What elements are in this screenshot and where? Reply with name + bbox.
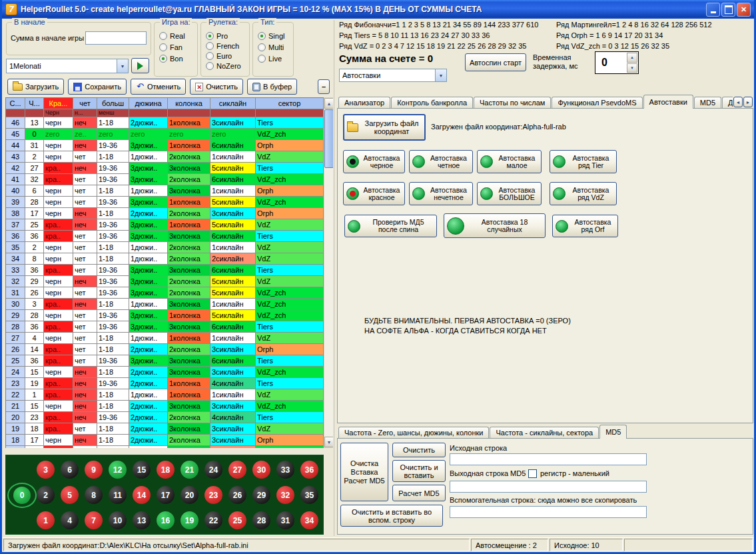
radio-option-multi[interactable]: Multi: [258, 43, 284, 52]
board-number-14[interactable]: 14: [133, 486, 151, 504]
board-number-18[interactable]: 18: [157, 461, 175, 479]
radio-icon[interactable]: [159, 55, 167, 63]
board-number-1[interactable]: 1: [37, 511, 55, 529]
autobet-button-6[interactable]: Автоставка БОЛЬШОЕ: [477, 182, 542, 205]
board-number-26[interactable]: 26: [228, 486, 246, 504]
radio-option-french[interactable]: French: [206, 41, 241, 51]
board-number-22[interactable]: 22: [204, 511, 222, 529]
source-string-input[interactable]: [450, 453, 647, 465]
radio-icon[interactable]: [206, 62, 214, 70]
tabs-scroll-left-icon[interactable]: [733, 97, 743, 107]
board-number-20[interactable]: 20: [181, 486, 198, 504]
tab-автоставки[interactable]: Автоставки: [643, 95, 693, 109]
board-number-16[interactable]: 16: [157, 511, 175, 529]
radio-icon[interactable]: [258, 55, 266, 63]
board-number-5[interactable]: 5: [61, 486, 79, 504]
start-sum-input[interactable]: [85, 31, 147, 45]
autobet-button-10[interactable]: Автоставка ряд Orf: [552, 215, 618, 237]
play-button[interactable]: [131, 58, 149, 73]
tabs-scroll-right-icon[interactable]: [743, 97, 753, 107]
profile-select[interactable]: 1Melonati: [6, 59, 129, 73]
radio-icon[interactable]: [258, 32, 266, 40]
board-number-27[interactable]: 27: [228, 461, 246, 479]
tab-частоты-по-числам[interactable]: Частоты по числам: [474, 97, 551, 109]
minimize-button[interactable]: [706, 3, 720, 17]
scroll-up-icon[interactable]: [324, 98, 334, 109]
md5-calc-button[interactable]: Расчет MD5: [392, 485, 446, 501]
autobet-button-1[interactable]: Автоставка четное: [409, 150, 473, 173]
md5-clear-paste-helper-button[interactable]: Очистить и вставить во вспом. строку: [340, 505, 443, 527]
helper-string-input[interactable]: [450, 506, 647, 518]
tab-анализатор[interactable]: Анализатор: [338, 97, 390, 109]
radio-icon[interactable]: [206, 52, 214, 60]
scroll-down-icon[interactable]: [324, 437, 334, 447]
board-number-8[interactable]: 8: [85, 486, 103, 504]
undo-button[interactable]: Отменить: [131, 79, 186, 95]
tab-md5[interactable]: MD5: [599, 425, 627, 439]
load-button[interactable]: Загрузить: [7, 79, 64, 95]
radio-icon[interactable]: [159, 32, 167, 40]
autospin-start-button[interactable]: Автоспин старт: [465, 53, 526, 71]
autobet-button-9[interactable]: Автоставка 18 случайных: [444, 213, 546, 238]
close-button[interactable]: [737, 3, 751, 17]
radio-icon[interactable]: [206, 32, 214, 40]
md5-clear-and-paste-button[interactable]: Очистить и вставить: [392, 460, 446, 482]
spin-up-icon[interactable]: [627, 53, 637, 63]
radio-option-nozero[interactable]: NoZero: [206, 61, 241, 71]
board-number-9[interactable]: 9: [85, 461, 103, 479]
autobet-button-5[interactable]: Автоставка нечетное: [409, 182, 473, 205]
radio-icon[interactable]: [206, 42, 214, 50]
board-number-12[interactable]: 12: [109, 461, 127, 479]
tab-контроль-банкролла[interactable]: Контроль банкролла: [391, 97, 473, 109]
radio-option-live[interactable]: Live: [258, 54, 284, 63]
board-number-17[interactable]: 17: [157, 486, 175, 504]
board-number-29[interactable]: 29: [252, 486, 270, 504]
clear-button[interactable]: Очистить: [190, 79, 243, 95]
autobet-button-8[interactable]: Проверить МД5 после спина: [344, 215, 437, 237]
chevron-down-icon[interactable]: [117, 59, 128, 73]
pane-splitter[interactable]: [333, 20, 334, 536]
board-number-32[interactable]: 32: [276, 486, 294, 504]
spin-down-icon[interactable]: [627, 63, 637, 73]
tab-частота-zero-шансы-дюжины-колонки[interactable]: Частота - Zero, шансы, дюжины, колонки: [338, 427, 489, 439]
md5-clear-paste-calc-button[interactable]: Очистка Вставка Расчет MD5: [340, 443, 388, 501]
board-number-4[interactable]: 4: [61, 511, 79, 529]
board-number-19[interactable]: 19: [181, 511, 198, 529]
board-number-28[interactable]: 28: [252, 511, 270, 529]
radio-option-fan[interactable]: Fan: [159, 43, 185, 52]
autobet-button-0[interactable]: Автоставка черное: [343, 150, 405, 173]
board-number-13[interactable]: 13: [133, 511, 151, 529]
board-number-6[interactable]: 6: [61, 461, 79, 479]
to-buffer-button[interactable]: В буфер: [247, 79, 297, 95]
lowercase-checkbox[interactable]: [528, 469, 537, 478]
board-number-2[interactable]: 2: [37, 486, 55, 504]
autobets-select[interactable]: Автоставки: [339, 69, 447, 82]
autobet-button-2[interactable]: Автоставка малое: [477, 150, 542, 173]
board-number-35[interactable]: 35: [300, 486, 318, 504]
board-number-11[interactable]: 11: [109, 486, 127, 504]
radio-option-euro[interactable]: Euro: [206, 51, 241, 61]
load-coords-button[interactable]: Загрузить файл координат: [343, 114, 426, 141]
board-number-25[interactable]: 25: [228, 511, 246, 529]
radio-option-singl[interactable]: Singl: [258, 31, 284, 41]
radio-option-pro[interactable]: Pro: [206, 31, 241, 41]
save-button[interactable]: Сохранить: [68, 79, 127, 95]
board-number-33[interactable]: 33: [276, 461, 294, 479]
board-number-15[interactable]: 15: [133, 461, 151, 479]
board-number-36[interactable]: 36: [300, 461, 318, 479]
board-number-10[interactable]: 10: [109, 511, 127, 529]
board-number-23[interactable]: 23: [204, 486, 222, 504]
board-number-21[interactable]: 21: [181, 461, 198, 479]
collapse-button[interactable]: –: [318, 79, 330, 94]
tab-функционал-psevdoms[interactable]: Функционал PsevdoMS: [552, 97, 642, 109]
md5-output-input[interactable]: [450, 481, 647, 493]
board-number-31[interactable]: 31: [276, 511, 294, 529]
radio-icon[interactable]: [159, 43, 167, 51]
maximize-button[interactable]: [721, 3, 735, 17]
tab-md5[interactable]: MD5: [694, 97, 721, 109]
tab-частота-сиклайны-сектора[interactable]: Частота - сиклайны, сектора: [490, 427, 599, 439]
board-number-7[interactable]: 7: [85, 511, 103, 529]
board-number-24[interactable]: 24: [204, 461, 222, 479]
board-number-30[interactable]: 30: [252, 461, 270, 479]
board-number-34[interactable]: 34: [300, 511, 318, 529]
